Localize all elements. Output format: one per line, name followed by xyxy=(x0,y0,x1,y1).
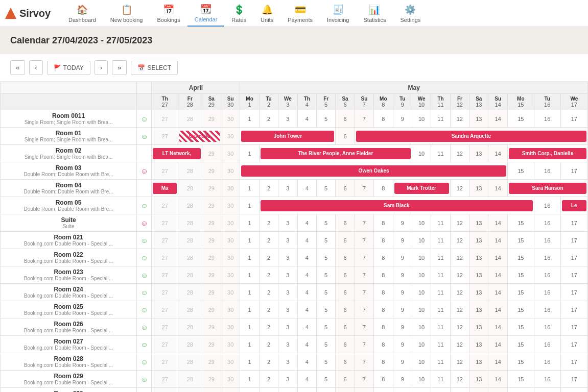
cal-cell-r14-d20[interactable]: 17 xyxy=(560,353,587,371)
nav-item-units[interactable]: 🔔Units xyxy=(253,1,280,26)
cal-cell-r5-d0[interactable]: 27 xyxy=(152,197,178,214)
cal-cell-r8-d0[interactable]: 27 xyxy=(152,249,178,266)
cal-cell-r10-d9[interactable]: 6 xyxy=(336,284,355,301)
cal-cell-r11-d4[interactable]: 1 xyxy=(240,301,259,318)
cal-cell-r13-d12[interactable]: 9 xyxy=(393,336,412,353)
cal-cell-r15-d15[interactable]: 12 xyxy=(450,371,469,388)
cal-cell-r12-d9[interactable]: 6 xyxy=(336,318,355,336)
cal-cell-r10-d17[interactable]: 14 xyxy=(488,284,507,301)
cal-cell-r13-d4[interactable]: 1 xyxy=(240,336,259,353)
cal-cell-r9-d9[interactable]: 6 xyxy=(336,266,355,284)
cal-cell-r4-d17[interactable]: 14 xyxy=(488,180,507,197)
cal-cell-r9-d10[interactable]: 7 xyxy=(355,266,373,284)
cal-cell-r14-d19[interactable]: 16 xyxy=(534,353,560,371)
cal-cell-r16-d16[interactable]: 13 xyxy=(469,388,488,393)
cal-cell-r2-d3[interactable]: 30 xyxy=(221,145,240,162)
cal-cell-r16-d2[interactable]: 29 xyxy=(202,388,221,393)
cal-cell-r0-d6[interactable]: 3 xyxy=(278,110,297,128)
cal-cell-r13-d18[interactable]: 15 xyxy=(507,336,534,353)
cal-cell-r8-d11[interactable]: 8 xyxy=(374,249,393,266)
cal-cell-r9-d15[interactable]: 12 xyxy=(450,266,469,284)
cal-cell-r11-d0[interactable]: 27 xyxy=(152,301,178,318)
nav-item-invoicing[interactable]: 🧾Invoicing xyxy=(320,1,356,26)
cal-cell-r13-d5[interactable]: 2 xyxy=(259,336,278,353)
cal-cell-r0-d11[interactable]: 8 xyxy=(374,110,393,128)
cal-cell-r15-d2[interactable]: 29 xyxy=(202,371,221,388)
cal-cell-r6-d18[interactable]: 15 xyxy=(507,214,534,232)
cal-cell-r9-d20[interactable]: 17 xyxy=(560,266,587,284)
nav-item-dashboard[interactable]: 🏠Dashboard xyxy=(61,1,103,26)
cal-cell-r10-d1[interactable]: 28 xyxy=(178,284,202,301)
cal-cell-r8-d9[interactable]: 6 xyxy=(336,249,355,266)
cal-cell-r15-d13[interactable]: 10 xyxy=(412,371,431,388)
cal-cell-r2-d14[interactable]: 11 xyxy=(431,145,450,162)
cal-cell-r16-d5[interactable]: 2 xyxy=(259,388,278,393)
cal-cell-r7-d17[interactable]: 14 xyxy=(488,232,507,249)
cal-cell-r2-d0[interactable]: LT Network, xyxy=(152,145,202,162)
cal-cell-r6-d10[interactable]: 7 xyxy=(355,214,373,232)
cal-cell-r14-d14[interactable]: 11 xyxy=(431,353,450,371)
cal-cell-r15-d9[interactable]: 6 xyxy=(336,371,355,388)
cal-cell-r0-d17[interactable]: 14 xyxy=(488,110,507,128)
cal-cell-r7-d12[interactable]: 9 xyxy=(393,232,412,249)
cal-cell-r7-d10[interactable]: 7 xyxy=(355,232,373,249)
cal-cell-r10-d0[interactable]: 27 xyxy=(152,284,178,301)
cal-cell-r7-d5[interactable]: 2 xyxy=(259,232,278,249)
cal-cell-r13-d16[interactable]: 13 xyxy=(469,336,488,353)
cal-cell-r8-d5[interactable]: 2 xyxy=(259,249,278,266)
cal-cell-r0-d2[interactable]: 29 xyxy=(202,110,221,128)
room-status-4[interactable] xyxy=(137,180,152,197)
cal-cell-r7-d13[interactable]: 10 xyxy=(412,232,431,249)
cal-cell-r6-d16[interactable]: 13 xyxy=(469,214,488,232)
cal-cell-r9-d2[interactable]: 29 xyxy=(202,266,221,284)
cal-cell-r15-d0[interactable]: 27 xyxy=(152,371,178,388)
cal-cell-r12-d6[interactable]: 3 xyxy=(278,318,297,336)
cal-cell-r2-d15[interactable]: 12 xyxy=(450,145,469,162)
cal-cell-r4-d4[interactable]: 1 xyxy=(240,180,259,197)
cal-cell-r6-d11[interactable]: 8 xyxy=(374,214,393,232)
cal-cell-r8-d12[interactable]: 9 xyxy=(393,249,412,266)
cal-cell-r14-d15[interactable]: 12 xyxy=(450,353,469,371)
cal-cell-r7-d16[interactable]: 13 xyxy=(469,232,488,249)
cal-cell-r13-d6[interactable]: 3 xyxy=(278,336,297,353)
cal-cell-r15-d19[interactable]: 16 xyxy=(534,371,560,388)
cal-cell-r11-d14[interactable]: 11 xyxy=(431,301,450,318)
cal-cell-r9-d14[interactable]: 11 xyxy=(431,266,450,284)
cal-cell-r0-d4[interactable]: 1 xyxy=(240,110,259,128)
cal-cell-r13-d8[interactable]: 5 xyxy=(316,336,335,353)
cal-cell-r11-d16[interactable]: 13 xyxy=(469,301,488,318)
cal-cell-r4-d5[interactable]: 2 xyxy=(259,180,278,197)
cal-cell-r6-d7[interactable]: 4 xyxy=(297,214,316,232)
nav-item-statistics[interactable]: 📊Statistics xyxy=(356,1,393,26)
cal-cell-r12-d0[interactable]: 27 xyxy=(152,318,178,336)
booking-bar-r4[interactable]: Sara Hanson xyxy=(509,183,586,194)
cal-cell-r16-d12[interactable]: 9 xyxy=(393,388,412,393)
cal-cell-r14-d2[interactable]: 29 xyxy=(202,353,221,371)
cal-cell-r9-d4[interactable]: 1 xyxy=(240,266,259,284)
cal-cell-r2-d16[interactable]: 13 xyxy=(469,145,488,162)
cal-cell-r8-d15[interactable]: 12 xyxy=(450,249,469,266)
cal-cell-r7-d19[interactable]: 16 xyxy=(534,232,560,249)
cal-cell-r1-d0[interactable]: 27 xyxy=(152,128,178,145)
cal-cell-r0-d8[interactable]: 5 xyxy=(316,110,335,128)
cal-cell-r6-d9[interactable]: 6 xyxy=(336,214,355,232)
cal-cell-r14-d17[interactable]: 14 xyxy=(488,353,507,371)
cal-cell-r7-d9[interactable]: 6 xyxy=(336,232,355,249)
select-button[interactable]: 📅 SELECT xyxy=(131,61,178,75)
room-status-7[interactable]: ☺ xyxy=(137,232,152,249)
cal-cell-r15-d8[interactable]: 5 xyxy=(316,371,335,388)
cal-cell-r13-d15[interactable]: 12 xyxy=(450,336,469,353)
cal-cell-r11-d3[interactable]: 30 xyxy=(221,301,240,318)
room-status-13[interactable]: ☺ xyxy=(137,336,152,353)
cal-cell-r12-d7[interactable]: 4 xyxy=(297,318,316,336)
cal-cell-r4-d16[interactable]: 13 xyxy=(469,180,488,197)
cal-cell-r2-d13[interactable]: 10 xyxy=(412,145,431,162)
cal-cell-r4-d2[interactable]: 29 xyxy=(202,180,221,197)
cal-cell-r0-d3[interactable]: 30 xyxy=(221,110,240,128)
cal-cell-r8-d7[interactable]: 4 xyxy=(297,249,316,266)
room-status-2[interactable] xyxy=(137,145,152,162)
cal-cell-r7-d6[interactable]: 3 xyxy=(278,232,297,249)
cal-cell-r12-d16[interactable]: 13 xyxy=(469,318,488,336)
cal-cell-r7-d15[interactable]: 12 xyxy=(450,232,469,249)
cal-cell-r4-d10[interactable]: 7 xyxy=(355,180,373,197)
